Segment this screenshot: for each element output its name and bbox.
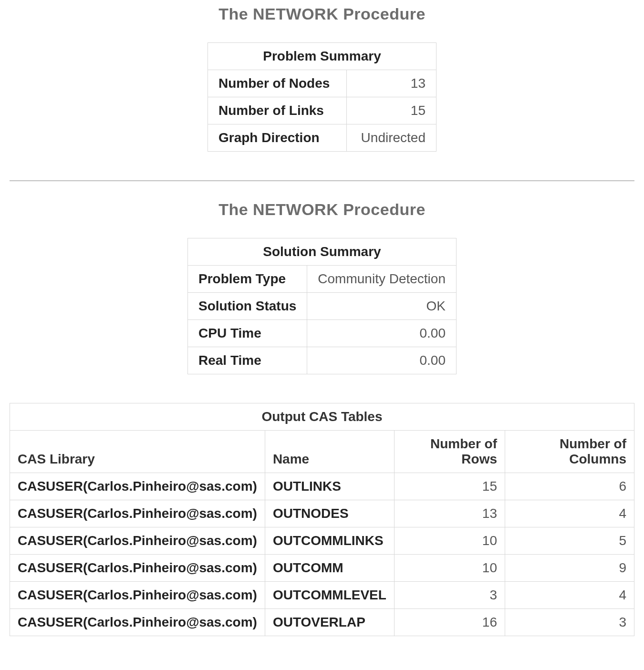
cell-cas-library: CASUSER(Carlos.Pinheiro@sas.com) [10, 527, 265, 555]
cell-num-cols: 3 [505, 609, 634, 636]
table-row: CASUSER(Carlos.Pinheiro@sas.com) OUTOVER… [10, 609, 634, 636]
cell-num-rows: 16 [394, 609, 505, 636]
output-cas-tables: Output CAS Tables CAS Library Name Numbe… [10, 403, 634, 636]
table-row: Problem Type Community Detection [188, 266, 457, 293]
row-value: Undirected [346, 124, 436, 152]
section1-title: The NETWORK Procedure [10, 5, 634, 23]
cell-name: OUTOVERLAP [265, 609, 394, 636]
cell-name: OUTNODES [265, 500, 394, 527]
row-label: Solution Status [188, 293, 307, 320]
row-value: 13 [346, 70, 436, 97]
table-row: Solution Status OK [188, 293, 457, 320]
solution-summary-table: Solution Summary Problem Type Community … [187, 238, 457, 374]
section2-title: The NETWORK Procedure [10, 200, 634, 219]
cell-num-rows: 13 [394, 500, 505, 527]
col-cas-library: CAS Library [10, 431, 265, 473]
col-num-rows: Number of Rows [394, 431, 505, 473]
cell-num-cols: 6 [505, 473, 634, 500]
cell-name: OUTCOMMLINKS [265, 527, 394, 555]
cell-num-rows: 3 [394, 582, 505, 609]
row-label: Graph Direction [208, 124, 347, 152]
row-value: 0.00 [307, 320, 457, 347]
column-header-row: CAS Library Name Number of Rows Number o… [10, 431, 634, 473]
row-value: 15 [346, 97, 436, 124]
cell-cas-library: CASUSER(Carlos.Pinheiro@sas.com) [10, 609, 265, 636]
cell-name: OUTCOMMLEVEL [265, 582, 394, 609]
table-row: Number of Nodes 13 [208, 70, 436, 97]
cell-num-rows: 10 [394, 555, 505, 582]
solution-summary-caption: Solution Summary [188, 238, 457, 266]
problem-summary-caption: Problem Summary [208, 43, 436, 70]
cell-num-cols: 4 [505, 582, 634, 609]
row-label: CPU Time [188, 320, 307, 347]
cell-cas-library: CASUSER(Carlos.Pinheiro@sas.com) [10, 582, 265, 609]
table-row: Real Time 0.00 [188, 347, 457, 374]
cell-num-cols: 5 [505, 527, 634, 555]
table-row: CPU Time 0.00 [188, 320, 457, 347]
col-num-cols: Number of Columns [505, 431, 634, 473]
table-row: CASUSER(Carlos.Pinheiro@sas.com) OUTLINK… [10, 473, 634, 500]
cell-num-cols: 9 [505, 555, 634, 582]
col-name: Name [265, 431, 394, 473]
cell-name: OUTLINKS [265, 473, 394, 500]
problem-summary-table: Problem Summary Number of Nodes 13 Numbe… [208, 42, 436, 152]
section-divider [10, 180, 634, 181]
table-row: CASUSER(Carlos.Pinheiro@sas.com) OUTCOMM… [10, 555, 634, 582]
table-row: Number of Links 15 [208, 97, 436, 124]
table-row: CASUSER(Carlos.Pinheiro@sas.com) OUTNODE… [10, 500, 634, 527]
row-label: Problem Type [188, 266, 307, 293]
cell-cas-library: CASUSER(Carlos.Pinheiro@sas.com) [10, 555, 265, 582]
row-label: Number of Nodes [208, 70, 347, 97]
table-row: Graph Direction Undirected [208, 124, 436, 152]
output-cas-tables-caption: Output CAS Tables [10, 403, 634, 431]
row-label: Real Time [188, 347, 307, 374]
cell-cas-library: CASUSER(Carlos.Pinheiro@sas.com) [10, 500, 265, 527]
cell-num-rows: 15 [394, 473, 505, 500]
row-value: 0.00 [307, 347, 457, 374]
cell-cas-library: CASUSER(Carlos.Pinheiro@sas.com) [10, 473, 265, 500]
row-value: OK [307, 293, 457, 320]
table-row: CASUSER(Carlos.Pinheiro@sas.com) OUTCOMM… [10, 582, 634, 609]
cell-name: OUTCOMM [265, 555, 394, 582]
cell-num-cols: 4 [505, 500, 634, 527]
cell-num-rows: 10 [394, 527, 505, 555]
table-row: CASUSER(Carlos.Pinheiro@sas.com) OUTCOMM… [10, 527, 634, 555]
row-value: Community Detection [307, 266, 457, 293]
row-label: Number of Links [208, 97, 347, 124]
